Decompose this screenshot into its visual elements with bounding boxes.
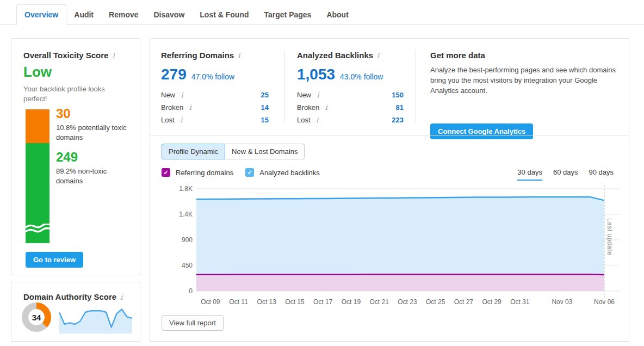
referring-domains-section: Referring Domainsi 279 47.0% follow New … [161, 51, 269, 126]
legend-item-referring-domains[interactable]: ✓Referring domains [162, 168, 233, 177]
toggle-new-lost-domains[interactable]: New & Lost Domains [225, 144, 305, 159]
non-toxic-domains-stat: 249 89.2% non-toxic domains [56, 150, 129, 186]
row-value: 81 [396, 103, 404, 112]
legend-item-analyzed-backlinks[interactable]: ✓Analyzed backlinks [245, 168, 320, 177]
chart-legend: ✓Referring domains✓Analyzed backlinks [162, 168, 332, 177]
authority-sparkline-chart [59, 302, 132, 333]
toxic-label: 10.8% potentially toxic domains [56, 123, 129, 142]
checkbox-analyzed-backlinks[interactable]: ✓ [245, 168, 254, 177]
x-tick-label: Oct 11 [229, 298, 247, 306]
last-update-label: Last update [606, 218, 614, 255]
bar-break-wave-icon [26, 224, 49, 233]
authority-donut-chart: 34 [21, 302, 52, 332]
x-tick-label: Oct 29 [482, 298, 501, 306]
y-tick-label: 1.8K [161, 185, 193, 193]
x-tick-label: Oct 15 [285, 298, 304, 306]
backlinks-broken-row: Broken i 81 [297, 101, 404, 114]
column-divider [284, 51, 285, 122]
toxicity-title: Overall Toxicity Scorei [23, 51, 115, 60]
go-to-review-button[interactable]: Go to review [26, 252, 83, 268]
y-tick-label: 450 [161, 262, 193, 269]
x-tick-label: Oct 19 [342, 298, 361, 306]
row-value: 25 [261, 91, 269, 99]
info-icon[interactable]: i [238, 52, 240, 60]
backlinks-title-text: Analyzed Backlinks [297, 51, 373, 60]
info-icon[interactable]: i [181, 91, 183, 99]
info-icon[interactable]: i [325, 103, 327, 112]
chart-x-axis-labels: Oct 09Oct 11Oct 13Oct 15Oct 17Oct 19Oct … [196, 298, 626, 307]
tab-audit[interactable]: Audit [66, 5, 101, 24]
tab-about[interactable]: About [319, 5, 356, 24]
tab-overview[interactable]: Overview [16, 4, 66, 25]
get-more-data-title: Get more data [430, 51, 622, 60]
toxicity-bar-chart: 30 10.8% potentially toxic domains 249 8… [26, 109, 132, 246]
connect-google-analytics-button[interactable]: Connect Google Analytics [430, 123, 533, 139]
row-value: 15 [261, 116, 269, 124]
chart-mode-toggle: Profile DynamicNew & Lost Domains [162, 144, 305, 159]
non-toxic-count: 249 [56, 150, 129, 165]
tab-disavow[interactable]: Disavow [146, 5, 193, 24]
toxicity-description: Your backlink profile looks perfect! [23, 84, 119, 104]
row-value: 223 [392, 116, 404, 124]
legend-label: Referring domains [176, 169, 233, 177]
x-tick-label: Nov 06 [594, 298, 615, 306]
row-value: 14 [261, 103, 269, 112]
toxic-domains-stat: 30 10.8% potentially toxic domains [56, 106, 129, 142]
analyzed-backlinks-total: 1,053 [297, 66, 335, 83]
info-icon[interactable]: i [316, 116, 318, 124]
column-divider [416, 51, 416, 122]
referring-broken-row: Broken i 14 [161, 101, 269, 114]
toxic-count: 30 [56, 106, 129, 121]
referring-new-row: New i 25 [161, 89, 269, 101]
row-label: Lost i [161, 116, 182, 124]
referring-domains-title: Referring Domainsi [161, 51, 269, 60]
x-tick-label: Oct 31 [510, 298, 529, 306]
info-icon[interactable]: i [112, 52, 114, 60]
row-label: New i [161, 91, 183, 99]
y-tick-label: 1.4K [161, 211, 193, 218]
backlinks-new-row: New i 150 [297, 89, 404, 101]
info-icon[interactable]: i [120, 293, 122, 301]
tab-remove[interactable]: Remove [101, 5, 146, 24]
referring-lost-row: Lost i 15 [161, 114, 269, 126]
row-label: Broken i [297, 103, 327, 112]
tab-target-pages[interactable]: Target Pages [257, 5, 319, 24]
analyzed-backlinks-title: Analyzed Backlinksi [297, 51, 404, 60]
checkbox-referring-domains[interactable]: ✓ [162, 168, 170, 177]
non-toxic-domains-bar [26, 143, 49, 243]
x-tick-label: Oct 13 [257, 298, 276, 306]
y-tick-label: 900 [161, 236, 193, 244]
tab-bar: OverviewAuditRemoveDisavowLost & FoundTa… [0, 0, 644, 25]
referring-follow-pct: 47.0% follow [191, 72, 234, 81]
backlinks-follow-pct: 43.0% follow [340, 72, 383, 81]
toxicity-level: Low [23, 64, 52, 81]
date-range-selector: 30 days60 days90 days [517, 168, 614, 181]
get-more-data-section: Get more data Analyze the best-performin… [430, 51, 622, 96]
x-tick-label: Oct 17 [313, 298, 332, 306]
toxic-domains-bar [26, 109, 49, 143]
legend-label: Analyzed backlinks [259, 169, 320, 177]
row-label: Lost i [297, 116, 318, 124]
domain-authority-card: Domain Authority Scorei 34 [11, 282, 140, 342]
profile-dynamic-chart [196, 186, 626, 300]
range-90-days[interactable]: 90 days [589, 168, 614, 181]
authority-score: 34 [21, 302, 52, 332]
referring-title-text: Referring Domains [161, 51, 234, 60]
info-icon[interactable]: i [377, 52, 379, 60]
range-60-days[interactable]: 60 days [553, 168, 578, 181]
info-icon[interactable]: i [317, 91, 319, 99]
analyzed-backlinks-section: Analyzed Backlinksi 1,053 43.0% follow N… [297, 51, 404, 126]
tab-lost-found[interactable]: Lost & Found [192, 5, 256, 24]
x-tick-label: Oct 09 [201, 298, 220, 306]
range-30-days[interactable]: 30 days [517, 168, 542, 181]
section-divider [150, 135, 629, 135]
get-more-data-text: Analyze the best-performing pages and se… [430, 65, 622, 96]
toggle-profile-dynamic[interactable]: Profile Dynamic [162, 144, 225, 159]
row-label: New i [297, 91, 319, 99]
info-icon[interactable]: i [180, 116, 182, 124]
y-tick-label: 0 [161, 287, 193, 295]
referring-domains-total: 279 [161, 66, 187, 83]
info-icon[interactable]: i [189, 103, 191, 112]
x-tick-label: Nov 03 [552, 298, 572, 306]
view-full-report-button[interactable]: View full report [162, 315, 224, 331]
